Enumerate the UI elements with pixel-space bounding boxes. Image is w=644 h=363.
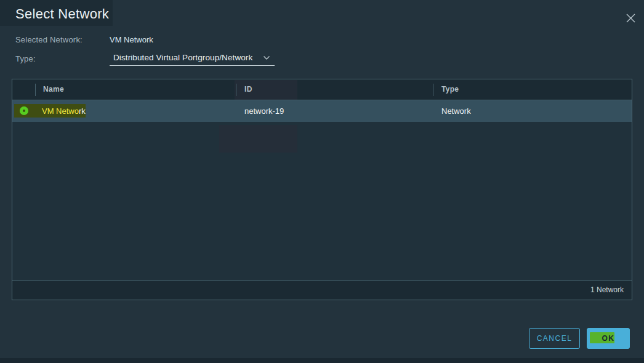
table-header-row: Name ID Type: [12, 79, 632, 100]
selected-network-label: Selected Network:: [15, 35, 83, 44]
radio-selected-icon[interactable]: [20, 106, 28, 115]
column-separator: [433, 84, 433, 96]
table-row-vm-network[interactable]: VM Network network-19 Network: [12, 100, 632, 122]
row-count-label: 1 Network: [590, 281, 624, 300]
cancel-button-label: CANCEL: [537, 334, 573, 343]
cancel-button[interactable]: CANCEL: [529, 328, 580, 349]
ok-button[interactable]: OK: [587, 328, 630, 349]
chevron-down-icon: [263, 55, 270, 60]
column-separator: [35, 84, 36, 96]
select-network-dialog: Select Network Selected Network: VM Netw…: [0, 0, 644, 363]
table-footer: 1 Network: [12, 280, 632, 300]
close-button[interactable]: [623, 10, 638, 25]
annotation-ghost-rect-body: [219, 125, 297, 153]
cell-type: Network: [441, 100, 471, 122]
column-header-type[interactable]: Type: [441, 79, 459, 100]
cell-name: VM Network: [42, 100, 86, 122]
column-header-name[interactable]: Name: [43, 79, 64, 100]
selected-network-value: VM Network: [110, 35, 153, 44]
type-label: Type:: [15, 54, 36, 63]
close-icon: [626, 13, 636, 23]
type-select-value: Distributed Virtual Portgroup/Network: [113, 53, 252, 62]
page-title: Select Network: [15, 6, 109, 22]
network-table: Name ID Type VM Network network-19 Netwo…: [12, 79, 632, 300]
page-edge: [0, 358, 644, 363]
ok-button-label: OK: [602, 334, 615, 343]
cell-name-highlighted: VM Netwo: [42, 106, 79, 116]
cell-id: network-19: [244, 100, 284, 122]
type-select[interactable]: Distributed Virtual Portgroup/Network: [110, 52, 275, 66]
column-separator: [236, 84, 236, 96]
cell-name-tail: rk: [79, 106, 86, 116]
column-header-id[interactable]: ID: [244, 79, 252, 100]
